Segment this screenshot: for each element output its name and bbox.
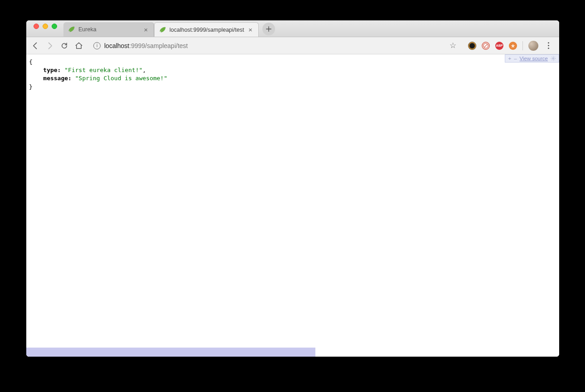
json-key: type: <box>43 67 61 73</box>
chrome-menu-button[interactable] <box>544 42 553 49</box>
url-text: localhost:9999/sampleapi/test <box>104 42 444 49</box>
reload-button[interactable] <box>60 41 69 50</box>
gear-icon[interactable] <box>551 56 556 61</box>
json-viewer-toolbar: + – View source <box>505 54 559 63</box>
browser-window: Eureka × localhost:9999/sampleapi/test × <box>26 20 559 357</box>
address-bar[interactable]: i localhost:9999/sampleapi/test ☆ <box>89 39 463 52</box>
view-source-link[interactable]: View source <box>520 56 548 61</box>
tab-strip: Eureka × localhost:9999/sampleapi/test × <box>63 20 275 37</box>
close-tab-icon[interactable]: × <box>247 27 254 33</box>
new-tab-button[interactable] <box>262 23 275 35</box>
status-bar <box>26 348 315 357</box>
extension-icon-1[interactable] <box>468 42 476 50</box>
toolbar-divider <box>522 41 523 50</box>
json-open-brace: { <box>29 58 33 65</box>
tab-eureka[interactable]: Eureka × <box>63 22 154 37</box>
noscript-icon[interactable] <box>482 42 490 50</box>
home-button[interactable] <box>74 41 83 50</box>
adblock-plus-icon[interactable]: ABP <box>495 42 503 50</box>
abp-label: ABP <box>496 44 503 47</box>
json-comma: , <box>142 67 146 73</box>
forward-button[interactable] <box>45 41 54 50</box>
expand-all-button[interactable]: + <box>508 56 511 61</box>
extension-icon-4[interactable] <box>509 42 517 50</box>
json-key: message: <box>43 75 72 82</box>
close-tab-icon[interactable]: × <box>143 26 149 33</box>
toolbar: i localhost:9999/sampleapi/test ☆ ABP <box>26 37 559 54</box>
title-bar: Eureka × localhost:9999/sampleapi/test × <box>26 20 559 37</box>
spring-leaf-icon <box>159 26 166 34</box>
url-path: :9999/sampleapi/test <box>129 42 188 49</box>
window-controls <box>31 24 60 34</box>
close-window-button[interactable] <box>34 24 39 29</box>
spring-leaf-icon <box>68 26 75 33</box>
minimize-window-button[interactable] <box>43 24 48 29</box>
site-info-icon[interactable]: i <box>93 42 101 49</box>
tab-title: Eureka <box>78 26 140 33</box>
tab-localhost[interactable]: localhost:9999/sampleapi/test × <box>154 22 259 37</box>
back-button[interactable] <box>31 41 40 50</box>
svg-line-1 <box>484 44 488 47</box>
profile-avatar[interactable] <box>528 41 538 51</box>
maximize-window-button[interactable] <box>52 24 57 29</box>
url-host: localhost <box>104 42 129 49</box>
json-string-value: "Spring Cloud is awesome!" <box>75 75 168 82</box>
json-response-body: { type: "First eureka client!", message:… <box>26 54 559 95</box>
page-content: + – View source { type: "First eureka cl… <box>26 54 559 357</box>
extension-bar: ABP <box>468 41 555 51</box>
json-string-value: "First eureka client!" <box>64 67 142 73</box>
json-close-brace: } <box>29 83 33 90</box>
bookmark-star-icon[interactable]: ☆ <box>448 41 458 50</box>
svg-point-2 <box>552 58 554 59</box>
collapse-all-button[interactable]: – <box>514 56 517 61</box>
tab-title: localhost:9999/sampleapi/test <box>169 27 244 33</box>
